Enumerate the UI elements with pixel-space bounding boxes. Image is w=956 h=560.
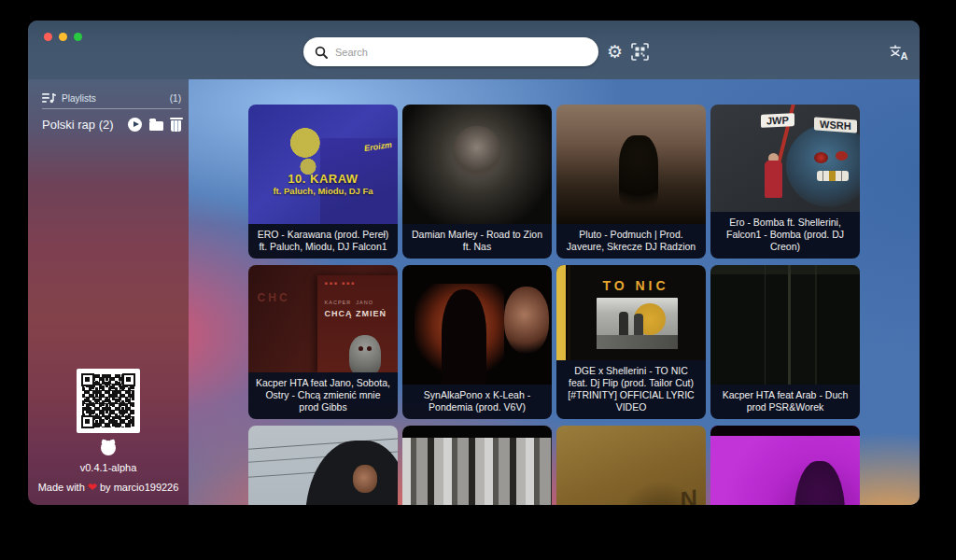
video-title: Pluto - Podmuch | Prod. Javeure, Skrecze… xyxy=(556,224,706,259)
video-card[interactable]: Damian Marley - Road to Zion ft. Nas xyxy=(402,105,552,259)
video-title: ERO - Karawana (prod. Pereł) ft. Paluch,… xyxy=(248,224,398,259)
playlists-label: Playlists xyxy=(62,93,164,104)
qr-scan-icon xyxy=(631,43,649,61)
open-folder-button[interactable] xyxy=(149,121,163,131)
video-thumbnail[interactable] xyxy=(402,265,552,385)
video-card[interactable] xyxy=(402,426,552,505)
qr-code xyxy=(77,369,140,433)
svg-text:A: A xyxy=(901,50,908,62)
playlist-item[interactable]: Polski rap (2) xyxy=(42,118,181,132)
video-thumbnail[interactable]: Eroizm 10. KARAW ft. Paluch, Miodu, DJ F… xyxy=(248,105,398,224)
app-window: ⚙ xyxy=(28,21,920,505)
video-thumbnail[interactable]: JWP WSRH xyxy=(710,105,860,212)
video-thumbnail[interactable] xyxy=(402,426,552,505)
video-title: Damian Marley - Road to Zion ft. Nas xyxy=(402,224,552,259)
video-card[interactable] xyxy=(248,426,398,505)
video-thumbnail[interactable] xyxy=(402,105,552,224)
qr-scan-button[interactable] xyxy=(631,43,649,61)
video-title: Ero - Bomba ft. Shellerini, Falcon1 - Bo… xyxy=(710,212,860,259)
video-grid: Eroizm 10. KARAW ft. Paluch, Miodu, DJ F… xyxy=(248,105,860,505)
titlebar: ⚙ xyxy=(28,21,920,79)
video-card[interactable]: TO NIC DGE x Shellerini - TO NIC feat. D… xyxy=(556,265,706,419)
video-thumbnail[interactable]: N xyxy=(556,426,706,505)
search-icon xyxy=(315,46,328,59)
video-thumbnail[interactable] xyxy=(248,426,398,505)
sidebar: Playlists (1) Polski rap (2) xyxy=(28,79,189,505)
search-input[interactable] xyxy=(335,47,587,58)
album-art: ■■■ ■■■ KACPER JANO CHCĄ ZMIEŃ xyxy=(317,275,398,371)
video-thumbnail[interactable]: TO NIC xyxy=(556,265,706,360)
credit-line: Made with ❤ by marcio199226 xyxy=(38,481,179,494)
video-thumbnail[interactable] xyxy=(710,426,860,505)
video-card[interactable]: N xyxy=(556,426,706,505)
video-thumbnail[interactable] xyxy=(556,105,706,224)
language-switcher-button[interactable]: A xyxy=(889,44,909,66)
gear-icon: ⚙ xyxy=(607,43,623,61)
translate-icon: A xyxy=(889,44,909,63)
search-bar[interactable] xyxy=(303,37,598,66)
close-window-button[interactable] xyxy=(44,33,52,41)
github-icon[interactable] xyxy=(101,441,116,455)
video-thumbnail[interactable]: CHC ■■■ ■■■ KACPER JANO CHCĄ ZMIEŃ xyxy=(248,265,398,372)
video-title: DGE x Shellerini - TO NIC feat. Dj Flip … xyxy=(556,360,706,419)
playlists-header: Playlists (1) xyxy=(42,92,181,109)
app-version: v0.4.1-alpha xyxy=(80,462,137,473)
video-grid-area: Eroizm 10. KARAW ft. Paluch, Miodu, DJ F… xyxy=(189,79,920,505)
video-card[interactable]: Pluto - Podmuch | Prod. Javeure, Skrecze… xyxy=(556,105,706,259)
settings-button[interactable]: ⚙ xyxy=(607,43,623,61)
zoom-window-button[interactable] xyxy=(74,33,82,41)
video-card[interactable]: CHC ■■■ ■■■ KACPER JANO CHCĄ ZMIEŃ Kacpe… xyxy=(248,265,398,419)
playlist-name[interactable]: Polski rap (2) xyxy=(42,118,128,132)
video-title: Kacper HTA feat Jano, Sobota, Ostry - Ch… xyxy=(248,372,398,419)
play-playlist-button[interactable] xyxy=(128,118,142,132)
heart-icon: ❤ xyxy=(88,481,97,494)
playlist-icon xyxy=(42,92,56,104)
video-title: SynAlkaPono x K-Leah - Pondemia (prod. V… xyxy=(402,385,552,419)
sidebar-footer: v0.4.1-alpha Made with ❤ by marcio199226 xyxy=(35,369,181,494)
video-card[interactable] xyxy=(710,426,860,505)
video-card[interactable]: Eroizm 10. KARAW ft. Paluch, Miodu, DJ F… xyxy=(248,105,398,259)
video-card[interactable]: Kacper HTA feat Arab - Duch prod PSR&Wor… xyxy=(710,265,860,419)
video-title: Kacper HTA feat Arab - Duch prod PSR&Wor… xyxy=(710,385,860,419)
delete-playlist-button[interactable] xyxy=(171,120,181,132)
video-card[interactable]: SynAlkaPono x K-Leah - Pondemia (prod. V… xyxy=(402,265,552,419)
window-controls xyxy=(44,33,82,41)
minimize-window-button[interactable] xyxy=(59,33,67,41)
video-thumbnail[interactable] xyxy=(710,265,860,385)
playlists-count: (1) xyxy=(170,93,181,104)
video-card[interactable]: JWP WSRH Ero - Bomba ft. Shellerini, Fal… xyxy=(710,105,860,259)
